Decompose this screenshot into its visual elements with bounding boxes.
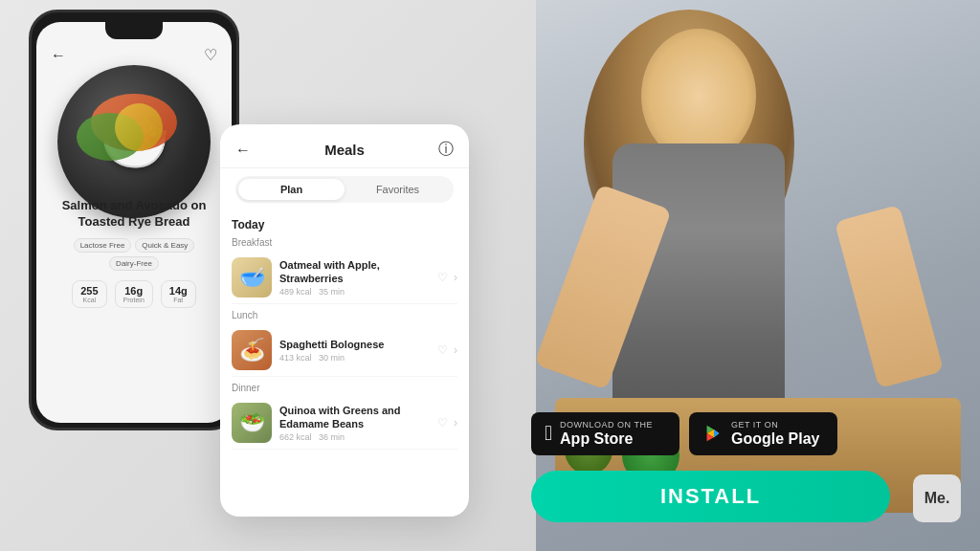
google-play-icon <box>702 423 724 444</box>
meal-arrow-spaghetti[interactable]: › <box>454 343 457 357</box>
meal-img-oatmeal: 🥣 <box>232 257 272 298</box>
meals-title: Meals <box>324 142 365 158</box>
meal-name-spaghetti: Spaghetti Bolognese <box>279 338 430 351</box>
stats-row: 255 Kcal 16g Protein 14g Fat <box>51 280 217 308</box>
install-button[interactable]: INSTALL <box>531 471 890 522</box>
meal-arrow-quinoa[interactable]: › <box>454 416 457 430</box>
googleplay-main: Google Play <box>731 430 819 448</box>
meal-info-oatmeal: Oatmeal with Apple, Strawberries 489 kca… <box>279 258 430 298</box>
tab-favorites[interactable]: Favorites <box>345 179 451 200</box>
meal-actions-spaghetti: ♡ › <box>437 343 457 357</box>
meal-actions-oatmeal: ♡ › <box>437 271 457 284</box>
googleplay-text: GET IT ON Google Play <box>731 420 819 448</box>
tab-plan[interactable]: Plan <box>238 179 345 200</box>
meal-info-quinoa: Quinoa with Greens and Edamame Beans 662… <box>279 404 430 443</box>
apple-icon:  <box>545 421 552 446</box>
meal-meta-oatmeal: 489 kcal 35 min <box>279 287 430 297</box>
meal-meta-spaghetti: 413 kcal 30 min <box>279 353 430 363</box>
phone-nav: ← ♡ <box>51 46 217 64</box>
store-buttons:  Download on the App Store GET IT ON Go… <box>531 412 837 455</box>
dish-title: Salmon and Avocado on Toasted Rye Bread <box>51 198 217 231</box>
meal-arrow-oatmeal[interactable]: › <box>454 271 457 284</box>
meal-heart-quinoa[interactable]: ♡ <box>437 416 448 430</box>
meal-heart-spaghetti[interactable]: ♡ <box>437 343 448 357</box>
background-right <box>536 0 980 551</box>
appstore-button[interactable]:  Download on the App Store <box>531 412 679 455</box>
stat-kcal: 255 Kcal <box>72 280 106 308</box>
meal-img-quinoa: 🥗 <box>232 403 272 443</box>
svg-marker-4 <box>714 430 720 437</box>
meals-header: ← Meals ⓘ <box>220 124 469 168</box>
tag-lactose: Lactose Free <box>74 238 132 253</box>
back-arrow-icon[interactable]: ← <box>51 47 66 64</box>
appstore-main: App Store <box>560 430 653 448</box>
meal-heart-oatmeal[interactable]: ♡ <box>437 271 448 284</box>
section-dinner: Dinner <box>232 383 457 393</box>
meals-body: Today Breakfast 🥣 Oatmeal with Apple, St… <box>220 210 469 450</box>
googleplay-button[interactable]: GET IT ON Google Play <box>689 412 837 455</box>
meal-item-quinoa[interactable]: 🥗 Quinoa with Greens and Edamame Beans 6… <box>232 397 457 450</box>
meal-actions-quinoa: ♡ › <box>437 416 457 430</box>
meal-item-oatmeal[interactable]: 🥣 Oatmeal with Apple, Strawberries 489 k… <box>232 252 457 304</box>
phone-back-screen: ← ♡ 🥗 Salmon and Avocado on Toasted Rye … <box>36 22 232 423</box>
food-plate: 🥗 <box>57 65 211 218</box>
meal-img-spaghetti: 🍝 <box>232 330 272 370</box>
me-badge[interactable]: Me. <box>913 474 961 522</box>
dish-info: Salmon and Avocado on Toasted Rye Bread … <box>36 198 232 308</box>
section-lunch: Lunch <box>232 310 457 320</box>
person-photo <box>536 0 980 551</box>
me-badge-label: Me. <box>924 490 950 507</box>
meals-back-icon[interactable]: ← <box>235 142 251 159</box>
tag-dairy: Dairy-Free <box>109 256 159 271</box>
meals-info-icon[interactable]: ⓘ <box>438 140 454 160</box>
section-breakfast: Breakfast <box>232 237 457 248</box>
meals-day-label: Today <box>232 218 457 231</box>
meal-name-oatmeal: Oatmeal with Apple, Strawberries <box>279 258 430 286</box>
meal-meta-quinoa: 662 kcal 36 min <box>279 432 430 442</box>
meal-info-spaghetti: Spaghetti Bolognese 413 kcal 30 min <box>279 338 430 363</box>
meals-tabs: Plan Favorites <box>235 176 454 203</box>
tags-row: Lactose Free Quick & Easy Dairy-Free <box>51 238 217 271</box>
googleplay-sub: GET IT ON <box>731 420 819 430</box>
meal-item-spaghetti[interactable]: 🍝 Spaghetti Bolognese 413 kcal 30 min ♡ … <box>232 324 457 377</box>
stat-fat: 14g Fat <box>161 280 196 308</box>
appstore-sub: Download on the <box>560 420 653 430</box>
appstore-text: Download on the App Store <box>560 420 653 448</box>
meals-card: ← Meals ⓘ Plan Favorites Today Breakfast… <box>220 124 469 517</box>
stat-protein: 16g Protein <box>115 280 153 308</box>
phone-back: ← ♡ 🥗 Salmon and Avocado on Toasted Rye … <box>29 10 239 430</box>
tag-quick: Quick & Easy <box>135 238 194 253</box>
install-label: INSTALL <box>660 484 761 509</box>
meal-name-quinoa: Quinoa with Greens and Edamame Beans <box>279 404 430 431</box>
phone-notch <box>105 22 163 39</box>
favorite-icon[interactable]: ♡ <box>204 46 217 64</box>
